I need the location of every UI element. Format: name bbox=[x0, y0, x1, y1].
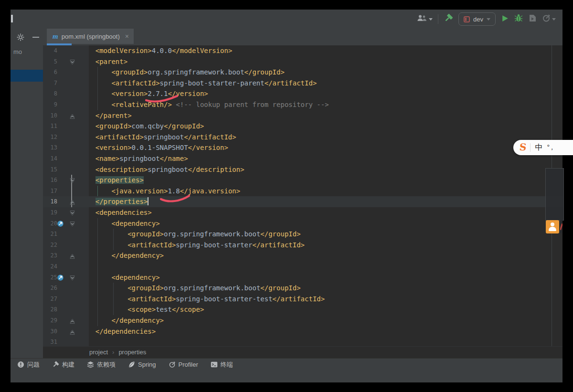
fold-down-icon[interactable] bbox=[69, 177, 75, 183]
line-number: 17 bbox=[43, 186, 57, 197]
code-line-13[interactable]: 13 <version>0.0.1-SNAPSHOT</version> bbox=[43, 142, 562, 153]
line-number: 16 bbox=[43, 175, 57, 186]
ime-chinese-mode[interactable]: 中 bbox=[535, 143, 542, 153]
code-line-24[interactable]: 24 bbox=[43, 261, 562, 272]
code-text: <version>2.7.1</version> bbox=[79, 88, 208, 99]
tool-window-button-Profiler[interactable]: Profiler bbox=[169, 361, 198, 368]
code-line-28[interactable]: 28 <scope>test</scope> bbox=[43, 304, 562, 315]
code-line-22[interactable]: 22 <artifactId>spring-boot-starter</arti… bbox=[43, 240, 562, 251]
text-caret bbox=[148, 197, 149, 205]
code-line-18[interactable]: 18 </properties> bbox=[43, 196, 562, 207]
fold-down-icon[interactable] bbox=[69, 59, 75, 65]
code-text: <artifactId>spring-boot-starter-parent</… bbox=[79, 78, 317, 89]
code-line-16[interactable]: 16 <properties> bbox=[43, 175, 562, 186]
code-line-30[interactable]: 30 </dependencies> bbox=[43, 326, 562, 337]
line-number: 15 bbox=[43, 164, 57, 175]
overlay-next-button-clipped[interactable] bbox=[560, 220, 562, 233]
tool-window-label: 构建 bbox=[62, 360, 74, 369]
tool-window-button-终端[interactable]: 终端 bbox=[211, 360, 233, 369]
code-line-20[interactable]: 20 <dependency> bbox=[43, 218, 562, 229]
code-text: <artifactId>spring-boot-starter-test</ar… bbox=[79, 294, 325, 305]
code-line-5[interactable]: 5 <parent> bbox=[43, 56, 562, 67]
code-line-21[interactable]: 21 <groupId>org.springframework.boot</gr… bbox=[43, 229, 562, 240]
tab-pom-xml[interactable]: m pom.xml (springboot) × bbox=[47, 29, 134, 44]
line-number: 11 bbox=[43, 121, 57, 132]
run-with-coverage-button[interactable] bbox=[528, 14, 537, 24]
run-config-selector[interactable]: dev bbox=[458, 12, 496, 26]
breadcrumb-item-project[interactable]: project bbox=[89, 349, 108, 356]
code-editor[interactable]: 4 <modelVersion>4.0.0</modelVersion>5 <p… bbox=[43, 45, 562, 346]
vcs-change-marker bbox=[71, 186, 72, 197]
problems-icon bbox=[17, 361, 24, 368]
tool-window-button-依赖项[interactable]: 依赖项 bbox=[87, 360, 116, 369]
fold-down-icon[interactable] bbox=[69, 210, 75, 216]
tool-window-button-构建[interactable]: 构建 bbox=[52, 360, 74, 369]
code-line-11[interactable]: 11 <groupId>com.qcby</groupId> bbox=[43, 121, 562, 132]
code-line-15[interactable]: 15 <description>springboot</description> bbox=[43, 164, 562, 175]
code-text: <modelVersion>4.0.0</modelVersion> bbox=[79, 45, 232, 56]
project-tree-selected-row[interactable] bbox=[11, 70, 43, 82]
code-line-23[interactable]: 23 </dependency> bbox=[43, 250, 562, 261]
vcs-users-button[interactable] bbox=[417, 14, 433, 24]
code-line-10[interactable]: 10 </parent> bbox=[43, 110, 562, 121]
editor-column: 4 <modelVersion>4.0.0</modelVersion>5 <p… bbox=[43, 45, 562, 358]
tool-window-button-问题[interactable]: 问题 bbox=[17, 360, 40, 369]
fold-down-icon[interactable] bbox=[69, 275, 75, 281]
gear-icon[interactable] bbox=[17, 33, 24, 43]
debug-button[interactable] bbox=[514, 14, 523, 24]
code-text: <groupId>org.springframework.boot</group… bbox=[79, 67, 285, 78]
code-line-17[interactable]: 17 <java.version>1.8</java.version> bbox=[43, 186, 562, 197]
code-line-6[interactable]: 6 <groupId>org.springframework.boot</gro… bbox=[43, 67, 562, 78]
spring-leaf-icon bbox=[128, 361, 135, 368]
line-number: 25 bbox=[43, 272, 57, 283]
close-icon[interactable]: × bbox=[125, 33, 129, 40]
chevron-down-icon bbox=[429, 18, 433, 21]
code-line-8[interactable]: 8 <version>2.7.1</version> bbox=[43, 88, 562, 99]
code-text: <dependencies> bbox=[79, 207, 152, 218]
vcs-users-icon bbox=[417, 14, 427, 24]
code-line-31[interactable]: 31 bbox=[43, 337, 562, 346]
run-button[interactable] bbox=[501, 14, 509, 24]
fold-up-icon[interactable] bbox=[69, 199, 75, 205]
line-number: 12 bbox=[43, 132, 57, 143]
code-line-29[interactable]: 29 </dependency> bbox=[43, 315, 562, 326]
sogou-logo-icon: S bbox=[519, 141, 527, 153]
code-text: <groupId>com.qcby</groupId> bbox=[79, 121, 204, 132]
profiler-button[interactable] bbox=[542, 14, 556, 24]
code-line-25[interactable]: 25 <dependency> bbox=[43, 272, 562, 283]
ime-indicator[interactable]: S 中 °， bbox=[513, 140, 573, 155]
line-number: 28 bbox=[43, 304, 57, 315]
code-text: <name>springboot</name> bbox=[79, 153, 188, 164]
line-number: 13 bbox=[43, 142, 57, 153]
code-line-19[interactable]: 19 <dependencies> bbox=[43, 207, 562, 218]
build-button[interactable] bbox=[444, 13, 453, 25]
project-tool-window: mo bbox=[11, 45, 43, 358]
line-number: 20 bbox=[43, 218, 57, 229]
overlay-user-button[interactable] bbox=[546, 220, 559, 233]
code-line-12[interactable]: 12 <artifactId>springboot</artifactId> bbox=[43, 132, 562, 143]
fold-up-icon[interactable] bbox=[69, 328, 75, 335]
code-line-14[interactable]: 14 <name>springboot</name> bbox=[43, 153, 562, 164]
code-text: <groupId>org.springframework.boot</group… bbox=[79, 229, 301, 240]
code-line-27[interactable]: 27 <artifactId>spring-boot-starter-test<… bbox=[43, 294, 562, 305]
line-number: 5 bbox=[43, 56, 57, 67]
code-line-26[interactable]: 26 <groupId>org.springframework.boot</gr… bbox=[43, 283, 562, 294]
code-text: </dependencies> bbox=[79, 326, 156, 337]
fold-up-icon[interactable] bbox=[69, 318, 75, 324]
editor-tab-bar: m pom.xml (springboot) × bbox=[11, 29, 562, 45]
tool-window-button-Spring[interactable]: Spring bbox=[128, 361, 156, 368]
fold-down-icon[interactable] bbox=[69, 221, 75, 227]
line-number: 7 bbox=[43, 78, 57, 89]
fold-up-icon[interactable] bbox=[69, 113, 75, 119]
maven-navigate-icon[interactable] bbox=[57, 274, 64, 281]
code-line-4[interactable]: 4 <modelVersion>4.0.0</modelVersion> bbox=[43, 45, 562, 56]
code-line-7[interactable]: 7 <artifactId>spring-boot-starter-parent… bbox=[43, 78, 562, 89]
screenshot-canvas: { "window": {"title_artifact": ""}, "too… bbox=[0, 0, 573, 392]
ime-punctuation-mode[interactable]: °， bbox=[547, 143, 554, 152]
fold-up-icon[interactable] bbox=[69, 253, 75, 259]
hide-panel-minus-icon[interactable] bbox=[32, 37, 39, 38]
code-line-9[interactable]: 9 <relativePath/> <!-- lookup parent fro… bbox=[43, 99, 562, 110]
maven-navigate-icon[interactable] bbox=[57, 220, 64, 227]
breadcrumb-item-properties[interactable]: properties bbox=[118, 349, 146, 356]
dependencies-icon bbox=[87, 361, 94, 368]
